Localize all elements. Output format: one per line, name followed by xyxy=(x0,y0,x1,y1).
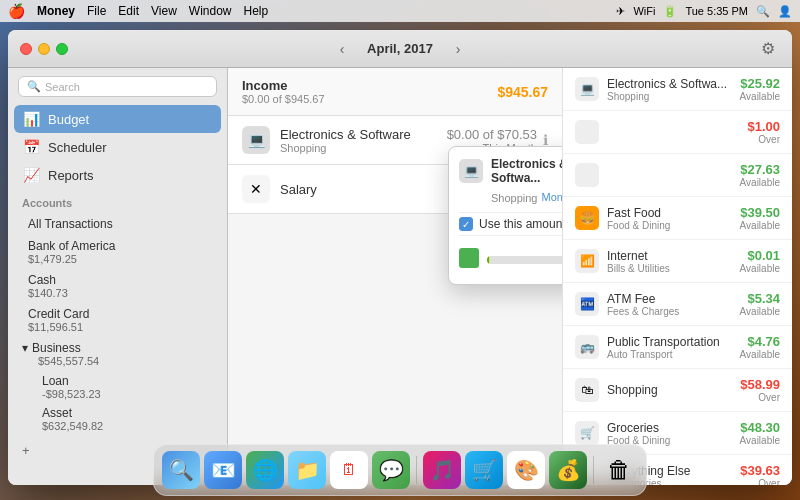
maximize-button[interactable] xyxy=(56,43,68,55)
menubar: 🍎 Money File Edit View Window Help ✈ WiF… xyxy=(0,0,800,22)
dock-files-icon[interactable]: 📁 xyxy=(288,451,326,489)
rpi-groceries-status: Available xyxy=(740,435,780,446)
dock-money-icon[interactable]: 💰 xyxy=(549,451,587,489)
sidebar-item-credit-card[interactable]: Credit Card $11,596.51 xyxy=(8,303,227,337)
popover-checkbox-row[interactable]: ✓ Use this amount next month xyxy=(459,212,562,236)
apple-menu-icon[interactable]: 🍎 xyxy=(8,3,25,19)
minimize-button[interactable] xyxy=(38,43,50,55)
rpi-available1-icon xyxy=(575,163,599,187)
checkbox-label: Use this amount next month xyxy=(479,217,562,231)
rpi-shopping-name: Shopping xyxy=(607,383,740,397)
main-content: Income $0.00 of $945.67 $945.67 💻 Electr… xyxy=(228,68,562,485)
rpi-transport-name: Public Transportation xyxy=(607,335,740,349)
sidebar-item-bank-of-america[interactable]: Bank of America $1,479.25 xyxy=(8,235,227,269)
use-next-month-checkbox[interactable]: ✓ xyxy=(459,217,473,231)
dock-trash-icon[interactable]: 🗑 xyxy=(600,451,638,489)
rpi-shopping-info: Shopping xyxy=(607,383,740,397)
popover-title: Electronics & Softwa... xyxy=(491,157,562,185)
rpi-shopping-icon: 🛍 xyxy=(575,378,599,402)
rpi-fast-food-status: Available xyxy=(740,220,780,231)
rpi-electronics[interactable]: 💻 Electronics & Softwa... Shopping $25.9… xyxy=(563,68,792,111)
popover-progress-row xyxy=(459,242,562,274)
progress-bar-container xyxy=(487,256,562,264)
dock-safari-icon[interactable]: 🌐 xyxy=(246,451,284,489)
search-placeholder: Search xyxy=(45,81,80,93)
popover-category-row: Shopping Monthly ▾ xyxy=(459,191,562,204)
sidebar-item-asset[interactable]: Asset $632,549.82 xyxy=(8,403,227,435)
rpi-electronics-info: Electronics & Softwa... Shopping xyxy=(607,77,740,102)
location-icon: ✈ xyxy=(616,5,625,18)
rpi-electronics-amount: $25.92 xyxy=(740,76,780,91)
month-year-title: April, 2017 xyxy=(360,41,440,56)
help-menu[interactable]: Help xyxy=(244,4,269,18)
dock-mail-icon[interactable]: 📧 xyxy=(204,451,242,489)
cash-label: Cash xyxy=(28,273,213,287)
sidebar-item-scheduler[interactable]: 📅 Scheduler xyxy=(8,133,227,161)
rpi-electronics-name: Electronics & Softwa... xyxy=(607,77,740,91)
plus-icon: + xyxy=(22,443,30,458)
sidebar-item-cash[interactable]: Cash $140.73 xyxy=(8,269,227,303)
desktop: 🍎 Money File Edit View Window Help ✈ WiF… xyxy=(0,0,800,500)
popover-header: 💻 Electronics & Softwa... xyxy=(459,157,562,185)
dock-calendar-icon[interactable]: 🗓 xyxy=(330,451,368,489)
dock-itunes-icon[interactable]: 🎵 xyxy=(423,451,461,489)
app-name-menu[interactable]: Money xyxy=(37,4,75,18)
sidebar-item-loan[interactable]: Loan -$98,523.23 xyxy=(8,371,227,403)
dock-photos-icon[interactable]: 🎨 xyxy=(507,451,545,489)
prev-month-button[interactable]: ‹ xyxy=(332,39,352,59)
rpi-electronics-icon: 💻 xyxy=(575,77,599,101)
rpi-electronics-right: $25.92 Available xyxy=(740,76,780,102)
search-icon[interactable]: 🔍 xyxy=(756,5,770,18)
rpi-over1-status: Over xyxy=(747,134,780,145)
window-menu[interactable]: Window xyxy=(189,4,232,18)
dock-messages-icon[interactable]: 💬 xyxy=(372,451,410,489)
rpi-transport-status: Available xyxy=(740,349,780,360)
user-icon[interactable]: 👤 xyxy=(778,5,792,18)
business-label: Business xyxy=(32,341,81,355)
electronics-info: Electronics & Software Shopping xyxy=(280,127,447,154)
rpi-over1[interactable]: $1.00 Over xyxy=(563,111,792,154)
rpi-groceries-amount: $48.30 xyxy=(740,420,780,435)
rpi-internet[interactable]: 📶 Internet Bills & Utilities $0.01 Avail… xyxy=(563,240,792,283)
rpi-shopping[interactable]: 🛍 Shopping $58.99 Over xyxy=(563,369,792,412)
income-row[interactable]: Income $0.00 of $945.67 $945.67 xyxy=(228,68,562,116)
rpi-fast-food[interactable]: 🍔 Fast Food Food & Dining $39.50 Availab… xyxy=(563,197,792,240)
rpi-transport-amount: $4.76 xyxy=(740,334,780,349)
settings-button[interactable]: ⚙ xyxy=(756,37,780,61)
sidebar-item-all-transactions[interactable]: All Transactions xyxy=(8,213,227,235)
rpi-atm-fee[interactable]: 🏧 ATM Fee Fees & Charges $5.34 Available xyxy=(563,283,792,326)
rpi-groceries-right: $48.30 Available xyxy=(740,420,780,446)
loan-amount: -$98,523.23 xyxy=(42,388,213,400)
sidebar-item-reports[interactable]: 📈 Reports xyxy=(8,161,227,189)
sidebar-item-budget[interactable]: 📊 Budget xyxy=(14,105,221,133)
titlebar: ‹ April, 2017 › ⚙ xyxy=(8,30,792,68)
rpi-shopping-right: $58.99 Over xyxy=(740,377,780,403)
rpi-groceries-icon: 🛒 xyxy=(575,421,599,445)
rpi-available1[interactable]: $27.63 Available xyxy=(563,154,792,197)
rpi-public-transport[interactable]: 🚌 Public Transportation Auto Transport $… xyxy=(563,326,792,369)
progress-bar-area xyxy=(487,252,562,264)
dock-finder-icon[interactable]: 🔍 xyxy=(162,451,200,489)
close-button[interactable] xyxy=(20,43,32,55)
rpi-fast-food-info: Fast Food Food & Dining xyxy=(607,206,740,231)
file-menu[interactable]: File xyxy=(87,4,106,18)
dock-separator xyxy=(416,456,417,484)
rpi-everything-status: Over xyxy=(740,478,780,485)
rpi-internet-info: Internet Bills & Utilities xyxy=(607,249,740,274)
rpi-over1-amount: $1.00 xyxy=(747,119,780,134)
income-label: Income xyxy=(242,78,497,93)
sidebar-item-business[interactable]: ▾ Business $545,557.54 xyxy=(8,337,227,371)
edit-menu[interactable]: Edit xyxy=(118,4,139,18)
credit-card-amount: $11,596.51 xyxy=(28,321,213,333)
popover-frequency-select[interactable]: Monthly ▾ xyxy=(542,191,563,204)
view-menu[interactable]: View xyxy=(151,4,177,18)
income-amount: $945.67 xyxy=(497,84,548,100)
sidebar-reports-label: Reports xyxy=(48,168,94,183)
search-box[interactable]: 🔍 Search xyxy=(18,76,217,97)
sidebar-budget-label: Budget xyxy=(48,112,89,127)
app-window: ‹ April, 2017 › ⚙ 🔍 Search 📊 Budget 📅 xyxy=(8,30,792,485)
business-amount: $545,557.54 xyxy=(22,355,213,367)
next-month-button[interactable]: › xyxy=(448,39,468,59)
dock-appstore-icon[interactable]: 🛒 xyxy=(465,451,503,489)
search-icon: 🔍 xyxy=(27,80,41,93)
